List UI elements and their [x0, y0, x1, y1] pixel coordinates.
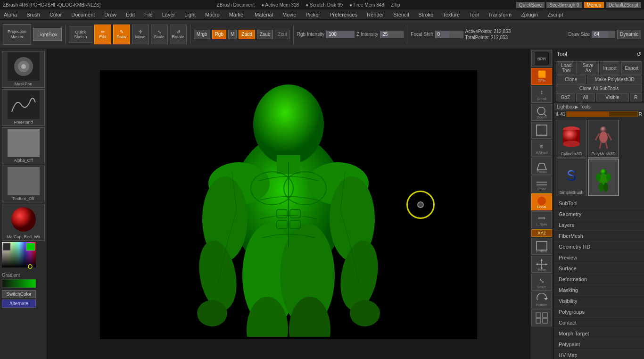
- rgb-intensity-slider[interactable]: 100: [326, 31, 355, 38]
- menu-movie[interactable]: Movie: [281, 11, 298, 18]
- menu-polypaint[interactable]: Polypaint: [554, 339, 644, 350]
- floor-button[interactable]: Floor: [531, 175, 552, 192]
- projection-master-button[interactable]: ProjectionMaster: [3, 24, 31, 45]
- menu-macro[interactable]: Macro: [203, 11, 222, 18]
- cylinder3d-thumb[interactable]: Cylinder3D: [556, 120, 587, 158]
- z-intensity-slider[interactable]: 25: [380, 31, 404, 38]
- polymesh3d-thumb[interactable]: PolyMesh3D: [588, 120, 619, 158]
- spix-button[interactable]: 🟧 SPix: [531, 68, 552, 85]
- menu-material[interactable]: Material: [253, 11, 275, 18]
- bpr-button[interactable]: BPR: [531, 50, 552, 67]
- focal-shift-slider[interactable]: 0: [435, 31, 463, 38]
- zsub-button[interactable]: Zsub: [257, 30, 273, 39]
- switch-color-button[interactable]: SwitchColor: [2, 290, 36, 298]
- persp-button[interactable]: Persp: [531, 158, 552, 175]
- mask-pen-brush[interactable]: MaskPen: [2, 51, 45, 88]
- mrgb-button[interactable]: Mrgb: [194, 30, 210, 39]
- menu-visibility[interactable]: Visibility: [554, 296, 644, 307]
- quick-sketch-button[interactable]: QuickSketch: [69, 26, 92, 43]
- texture-selector[interactable]: Texture_Off: [2, 166, 45, 202]
- menu-preferences[interactable]: Preferences: [328, 11, 359, 18]
- menu-edit[interactable]: Edit: [124, 11, 137, 18]
- menu-tool[interactable]: Tool: [467, 11, 480, 18]
- quick-save-button[interactable]: QuickSave: [516, 2, 545, 8]
- make-polymesh-button[interactable]: Make PolyMesh3D: [587, 75, 642, 83]
- menu-document[interactable]: Document: [69, 11, 97, 18]
- menu-layer[interactable]: Layer: [160, 11, 177, 18]
- clone-all-subtools-button[interactable]: Clone All SubTools: [556, 84, 642, 92]
- rgb-button[interactable]: Rgb: [212, 30, 226, 39]
- r-button[interactable]: R: [630, 93, 642, 101]
- menu-geometry[interactable]: Geometry: [554, 209, 644, 220]
- all-button[interactable]: All: [576, 93, 595, 101]
- move-button[interactable]: ✛ Move: [132, 25, 149, 44]
- menu-polygroups[interactable]: Polygroups: [554, 307, 644, 317]
- goz-button[interactable]: GoZ: [556, 93, 575, 101]
- zoom-button[interactable]: Zoom: [531, 104, 552, 121]
- rotate-button[interactable]: ↺ Rotate: [170, 25, 187, 44]
- actual-button[interactable]: Actual: [531, 122, 552, 139]
- current-mesh-thumb[interactable]: [588, 159, 619, 196]
- freehand-brush[interactable]: FreeHand: [2, 89, 45, 126]
- il-slider[interactable]: [566, 111, 637, 117]
- edit-button[interactable]: ✏ Edit: [94, 25, 111, 44]
- visible-button[interactable]: Visible: [596, 93, 628, 101]
- dynamic-button[interactable]: Dynamic: [617, 30, 641, 39]
- scale-button[interactable]: ⤡ Scale: [151, 25, 168, 44]
- export-button[interactable]: Export: [621, 61, 642, 75]
- menu-preview[interactable]: Preview: [554, 252, 644, 263]
- menu-surface[interactable]: Surface: [554, 263, 644, 274]
- menus-button[interactable]: Menus: [584, 2, 604, 8]
- menu-light[interactable]: Light: [182, 11, 198, 18]
- menu-stroke[interactable]: Stroke: [416, 11, 435, 18]
- lightbox-button[interactable]: LightBox: [33, 28, 62, 41]
- menu-stencil[interactable]: Stencil: [391, 11, 411, 18]
- menu-zscript[interactable]: Zscript: [545, 11, 565, 18]
- sidebar-move-button[interactable]: Move: [531, 256, 552, 273]
- canvas-area[interactable]: [47, 49, 530, 359]
- frame-button[interactable]: Frame: [531, 238, 552, 255]
- local-button[interactable]: Local: [531, 193, 552, 210]
- gradient-bar[interactable]: [2, 279, 45, 289]
- menu-color[interactable]: Color: [48, 11, 64, 18]
- menu-brush[interactable]: Brush: [25, 11, 42, 18]
- default-zscript-button[interactable]: DefaultZScript: [606, 2, 641, 8]
- matcap-selector[interactable]: MatCap_Red_Wa: [2, 204, 45, 241]
- menu-alpha[interactable]: Alpha: [2, 11, 19, 18]
- menu-layers[interactable]: Layers: [554, 220, 644, 231]
- menu-marker[interactable]: Marker: [227, 11, 247, 18]
- polyf-button[interactable]: [531, 309, 552, 326]
- see-through-button[interactable]: See-through 0: [546, 2, 582, 8]
- zcut-button[interactable]: Zcut: [275, 30, 289, 39]
- il-r-button[interactable]: R: [639, 112, 642, 117]
- scroll-button[interactable]: ↕Scroll: [531, 86, 552, 103]
- menu-render[interactable]: Render: [365, 11, 386, 18]
- import-button[interactable]: Import: [600, 61, 620, 75]
- simplebrush-thumb[interactable]: S SimpleBrush: [556, 159, 587, 196]
- load-tool-button[interactable]: Load Tool: [556, 61, 577, 75]
- menu-morph-target[interactable]: Morph Target: [554, 328, 644, 339]
- menu-geometry-hd[interactable]: Geometry HD: [554, 242, 644, 252]
- clone-button[interactable]: Clone: [556, 75, 586, 83]
- menu-fibermesh[interactable]: FiberMesh: [554, 231, 644, 242]
- viewport[interactable]: [100, 70, 477, 339]
- menu-zplugin[interactable]: Zplugin: [519, 11, 540, 18]
- menu-contact[interactable]: Contact: [554, 317, 644, 328]
- alternate-button[interactable]: Alternate: [2, 300, 36, 308]
- zadd-button[interactable]: Zadd: [239, 30, 255, 39]
- m-button[interactable]: M: [228, 30, 237, 39]
- menu-masking[interactable]: Masking: [554, 285, 644, 296]
- alpha-selector[interactable]: Alpha_Off: [2, 127, 45, 164]
- menu-draw[interactable]: Draw: [102, 11, 118, 18]
- save-as-button[interactable]: Save As: [578, 61, 598, 75]
- color-picker[interactable]: [2, 242, 36, 271]
- menu-subtool[interactable]: SubTool: [554, 198, 644, 209]
- menu-deformation[interactable]: Deformation: [554, 274, 644, 285]
- sidebar-rotate-button[interactable]: Rotate: [531, 292, 552, 309]
- aahalf-button[interactable]: ⊞AAHalf: [531, 140, 552, 157]
- menu-file[interactable]: File: [142, 11, 155, 18]
- menu-transform[interactable]: Transform: [486, 11, 513, 18]
- lsym-button[interactable]: ⟺L.Sym: [531, 211, 552, 228]
- draw-size-slider[interactable]: 64: [592, 31, 615, 38]
- menu-texture[interactable]: Texture: [441, 11, 462, 18]
